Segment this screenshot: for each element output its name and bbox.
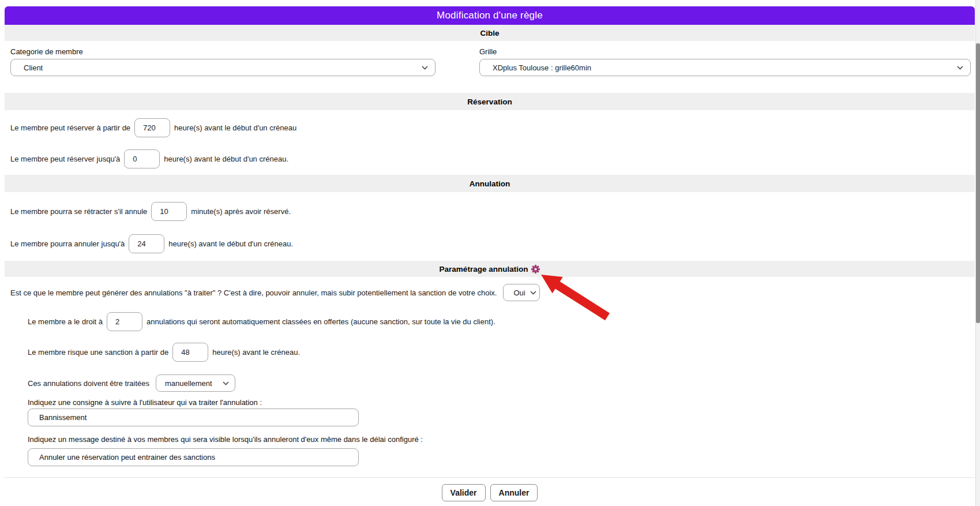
reserve-until-input[interactable] bbox=[124, 149, 160, 168]
section-title-cible: Cible bbox=[480, 29, 499, 38]
retract-text: Le membre pourra se rétracter s'il annul… bbox=[10, 207, 147, 216]
cancel-until-suffix: heure(s) avant le début d'un créneau. bbox=[168, 239, 293, 248]
grille-select[interactable]: XDplus Toulouse : grille60min bbox=[479, 59, 971, 76]
window-title-bar: Modification d'une règle bbox=[5, 6, 975, 25]
section-title-parametrage: Paramétrage annulation bbox=[440, 265, 528, 273]
cancel-until-input[interactable] bbox=[129, 234, 164, 253]
processing-text: Ces annulations doivent être traitées bbox=[28, 379, 149, 388]
consigne-label: Indiquez une consigne à suivre à l'utili… bbox=[28, 398, 975, 407]
categorie-label: Categorie de membre bbox=[10, 47, 435, 56]
section-title-reservation: Réservation bbox=[467, 98, 512, 106]
grille-label: Grille bbox=[479, 47, 971, 56]
section-header-annulation: Annulation bbox=[5, 175, 975, 192]
reserve-from-text: Le membre peut réserver à partir de bbox=[10, 123, 130, 132]
section-title-annulation: Annulation bbox=[470, 179, 510, 188]
consigne-input[interactable] bbox=[28, 408, 359, 426]
section-header-cible: Cible bbox=[5, 25, 975, 41]
free-cancellations-input[interactable] bbox=[107, 312, 142, 331]
a-traiter-row: Est ce que le membre peut générer des an… bbox=[10, 284, 975, 301]
reserve-until-text: Le membre peut réserver jusqu'à bbox=[10, 155, 120, 163]
annuler-button[interactable]: Annuler bbox=[490, 484, 538, 501]
categorie-select[interactable]: Client bbox=[10, 59, 435, 76]
a-traiter-select-value: Oui bbox=[513, 288, 525, 297]
processing-select[interactable]: manuellement bbox=[156, 374, 235, 392]
sanction-from-row: Le membre risque une sanction à partir d… bbox=[28, 343, 975, 362]
sanction-from-text: Le membre risque une sanction à partir d… bbox=[28, 348, 168, 357]
processing-select-value: manuellement bbox=[165, 379, 212, 388]
message-label: Indiquez un message destiné à vos membre… bbox=[28, 435, 975, 444]
chevron-down-icon bbox=[530, 291, 536, 295]
rule-edit-form: Modification d'une règle Cible Categorie… bbox=[5, 6, 975, 505]
free-cancellations-suffix: annulations qui seront automatiquement c… bbox=[147, 317, 495, 326]
sanction-from-input[interactable] bbox=[172, 343, 208, 362]
reserve-until-suffix: heure(s) avant le début d'un créneau. bbox=[164, 155, 288, 163]
categorie-field: Categorie de membre Client bbox=[10, 47, 435, 76]
a-traiter-text: Est ce que le membre peut générer des an… bbox=[10, 288, 497, 297]
retract-suffix: minute(s) après avoir réservé. bbox=[191, 207, 291, 216]
chevron-down-icon bbox=[957, 66, 963, 70]
cible-fields: Categorie de membre Client Grille XDplus… bbox=[5, 41, 975, 93]
reserve-from-row: Le membre peut réserver à partir de heur… bbox=[10, 118, 975, 137]
retract-minutes-input[interactable] bbox=[151, 202, 187, 221]
free-cancellations-row: Le membre a le droit à annulations qui s… bbox=[28, 312, 975, 331]
grille-select-value: XDplus Toulouse : grille60min bbox=[493, 63, 591, 72]
cancel-until-row: Le membre pourra annuler jusqu'à heure(s… bbox=[10, 234, 975, 261]
processing-row: Ces annulations doivent être traitées ma… bbox=[28, 374, 975, 392]
page-title: Modification d'une règle bbox=[437, 10, 543, 21]
reserve-from-input[interactable] bbox=[134, 118, 170, 137]
categorie-select-value: Client bbox=[24, 63, 43, 72]
section-header-parametrage: Paramétrage annulation bbox=[5, 261, 975, 277]
gear-icon[interactable] bbox=[531, 265, 540, 273]
grille-field: Grille XDplus Toulouse : grille60min bbox=[479, 47, 971, 76]
reserve-from-suffix: heure(s) avant le début d'un créneau bbox=[174, 123, 296, 132]
a-traiter-select[interactable]: Oui bbox=[503, 284, 540, 301]
sanction-from-suffix: heure(s) avant le créneau. bbox=[212, 348, 300, 357]
valider-button[interactable]: Valider bbox=[442, 484, 486, 501]
reserve-until-row: Le membre peut réserver jusqu'à heure(s)… bbox=[10, 149, 975, 175]
cancel-until-text: Le membre pourra annuler jusqu'à bbox=[10, 239, 125, 248]
message-input[interactable] bbox=[28, 448, 359, 466]
section-header-reservation: Réservation bbox=[5, 93, 975, 110]
scrollbar-thumb[interactable] bbox=[976, 43, 980, 323]
footer-actions: Valider Annuler bbox=[5, 477, 975, 505]
free-cancellations-text: Le membre a le droit à bbox=[28, 317, 103, 326]
chevron-down-icon bbox=[422, 66, 428, 70]
vertical-scrollbar[interactable] bbox=[975, 0, 980, 506]
retract-row: Le membre pourra se rétracter s'il annul… bbox=[10, 202, 975, 221]
chevron-down-icon bbox=[223, 381, 229, 385]
